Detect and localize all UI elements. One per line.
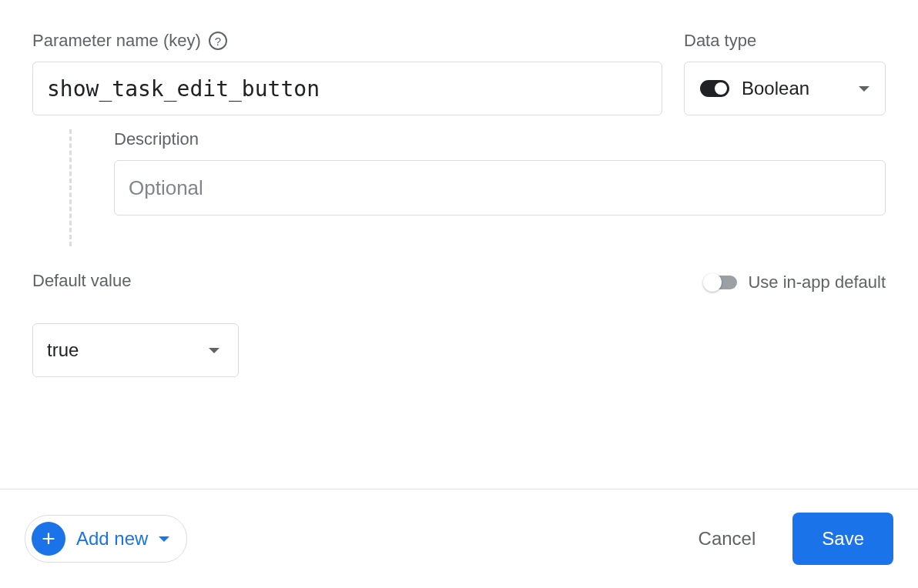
description-section: Description (69, 129, 886, 215)
parameter-name-input[interactable] (32, 62, 662, 115)
parameter-name-label: Parameter name (key) ? (32, 31, 662, 51)
add-new-label: Add new (76, 528, 148, 550)
data-type-section: Data type Boolean (684, 31, 886, 115)
cancel-button[interactable]: Cancel (689, 522, 766, 556)
default-value-text: true (47, 339, 209, 361)
footer: + Add new Cancel Save (0, 489, 918, 588)
description-input[interactable] (114, 160, 886, 215)
default-value-select[interactable]: true (32, 323, 239, 377)
save-button[interactable]: Save (792, 513, 893, 565)
default-row: Default value true Use in-app default (32, 271, 886, 377)
help-icon[interactable]: ? (209, 32, 227, 50)
default-value-label: Default value (32, 271, 239, 291)
top-row: Parameter name (key) ? Data type Boolean (32, 31, 886, 115)
chevron-down-icon (159, 536, 169, 542)
tree-connector-line (69, 129, 72, 246)
in-app-default-toggle[interactable]: Use in-app default (705, 272, 886, 292)
main-content: Parameter name (key) ? Data type Boolean… (0, 0, 918, 489)
description-label-text: Description (114, 129, 199, 149)
data-type-select[interactable]: Boolean (684, 62, 886, 115)
chevron-down-icon (209, 348, 219, 353)
in-app-default-label: Use in-app default (748, 272, 886, 292)
description-label: Description (114, 129, 886, 149)
add-new-button[interactable]: + Add new (25, 515, 187, 563)
data-type-label: Data type (684, 31, 886, 51)
parameter-name-section: Parameter name (key) ? (32, 31, 662, 115)
data-type-value: Boolean (742, 78, 846, 99)
default-value-label-text: Default value (32, 271, 131, 291)
plus-icon: + (32, 522, 65, 556)
boolean-icon (700, 80, 729, 97)
parameter-name-label-text: Parameter name (key) (32, 31, 201, 51)
data-type-label-text: Data type (684, 31, 756, 51)
default-value-section: Default value true (32, 271, 239, 377)
chevron-down-icon (859, 86, 869, 92)
footer-actions: Cancel Save (689, 513, 893, 565)
toggle-off-icon (705, 276, 737, 289)
